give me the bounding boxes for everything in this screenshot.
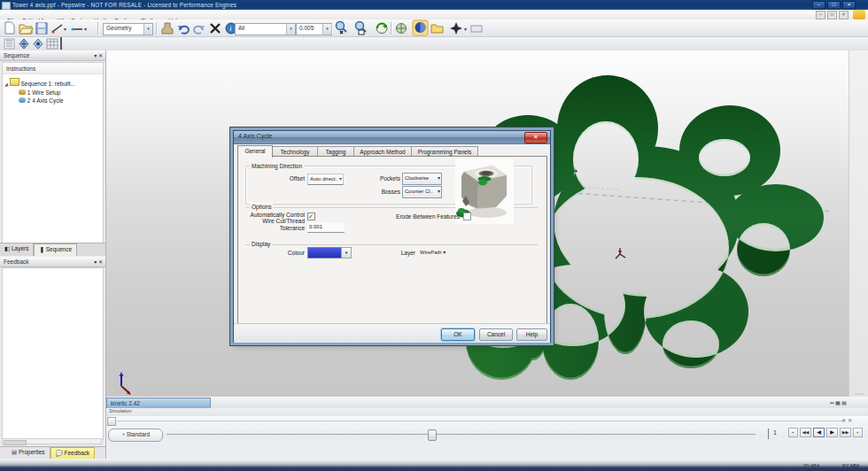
svg-text:▾: ▾ [64, 27, 66, 32]
svg-text:▾: ▾ [464, 27, 467, 32]
svg-text:▾: ▾ [84, 27, 87, 32]
